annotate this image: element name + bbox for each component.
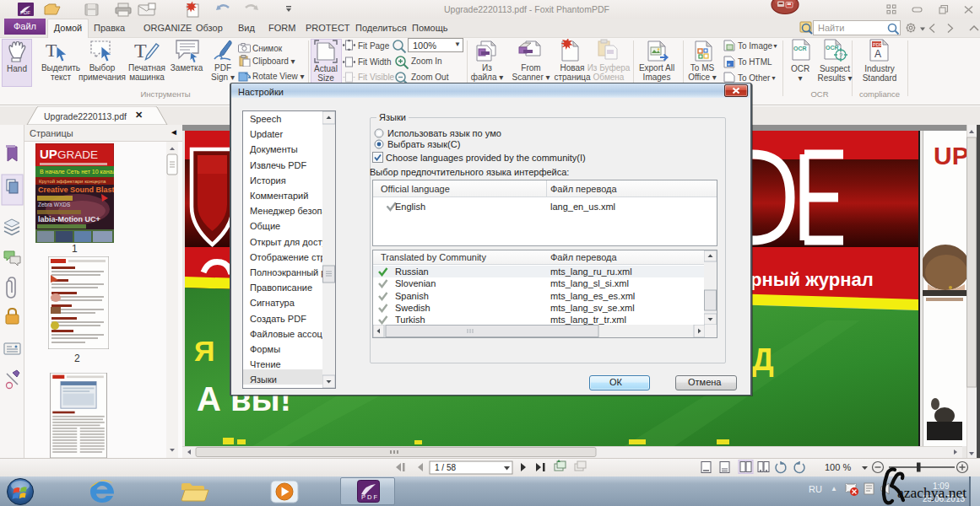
svg-text:Creative Sound Blaster Z3R: Creative Sound Blaster Z3R [38,186,114,194]
svg-text:PDF: PDF [20,10,30,15]
svg-text:GRADE: GRADE [57,148,98,161]
svg-text:T: T [46,40,57,61]
svg-text:P D F: P D F [361,493,377,501]
svg-text:azachya.net: azachya.net [897,484,966,501]
svg-text:Zebra WXDS: Zebra WXDS [38,202,71,207]
svg-text:В начале Сеть нет 10 канал: В начале Сеть нет 10 канал [40,169,114,175]
svg-text:OCR: OCR [826,45,839,51]
svg-text:рный журнал: рный журнал [750,269,874,290]
svg-text:e: e [728,62,730,67]
svg-text:1 / 58: 1 / 58 [435,463,456,472]
svg-text:?: ? [839,51,843,59]
svg-text:T: T [134,40,147,62]
svg-text:Я: Я [194,335,214,367]
svg-text:UP: UP [40,147,57,161]
svg-text:100 %: 100 % [825,462,851,472]
svg-text:Д: Д [752,342,774,377]
svg-text:PDF: PDF [873,42,883,47]
svg-text:labia-Motion UC+: labia-Motion UC+ [38,215,100,223]
svg-text:OCR: OCR [793,46,807,51]
svg-text:UP: UP [934,142,966,170]
svg-text:A: A [874,48,881,60]
svg-text:Крутой эффектари концерта: Крутой эффектари концерта [39,179,106,184]
